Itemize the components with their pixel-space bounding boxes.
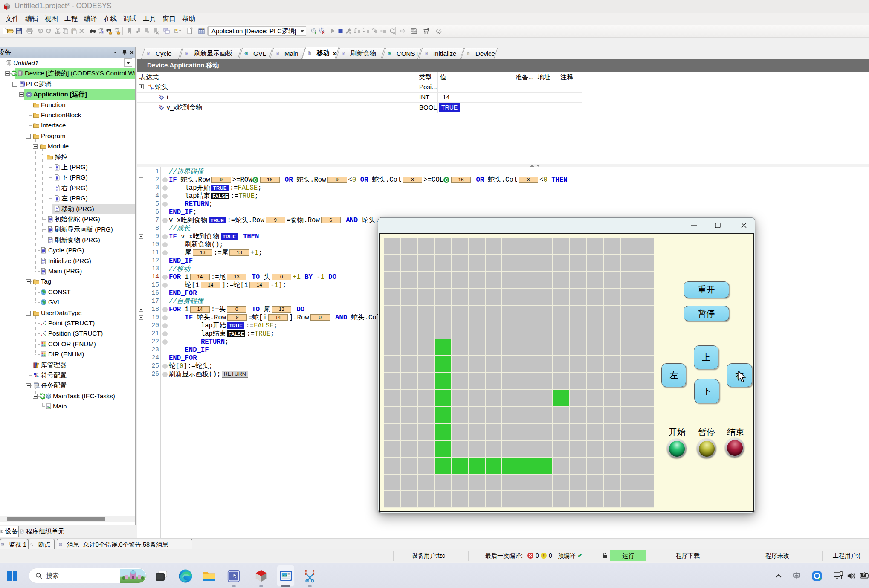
active-visualization-app-icon[interactable]	[279, 569, 293, 583]
tree-item[interactable]: Untitled1	[0, 58, 135, 68]
collapse-icon[interactable]	[12, 82, 17, 87]
watch-column-header[interactable]: 类型	[419, 73, 432, 81]
panel-close-icon[interactable]	[129, 49, 135, 55]
left-button[interactable]: 左	[661, 363, 686, 387]
tree-item[interactable]: 符号配置	[0, 370, 135, 380]
breakpoint-slot-icon[interactable]	[162, 339, 168, 345]
breakpoint-slot-icon[interactable]	[162, 275, 168, 280]
menu-item-8[interactable]: 工具	[142, 13, 157, 25]
breakpoint-slot-icon[interactable]	[162, 234, 168, 239]
view-tab-3[interactable]: 消息 -总计0个错误,0个警告,58条消息	[57, 539, 192, 550]
menu-item-6[interactable]: 在线	[102, 13, 118, 25]
breakpoint-slot-icon[interactable]	[162, 323, 168, 328]
watch-expression[interactable]: i	[167, 93, 168, 101]
menu-item-10[interactable]: 帮助	[181, 13, 197, 25]
bookmark-next-icon[interactable]	[142, 26, 151, 35]
cut-icon[interactable]	[53, 26, 62, 35]
undo-icon[interactable]	[36, 26, 44, 35]
window-grid-icon[interactable]	[409, 26, 418, 35]
breakpoint-slot-icon[interactable]	[162, 331, 168, 336]
tree-item[interactable]: Initialize (PRG)	[0, 256, 135, 266]
collapse-icon[interactable]	[33, 144, 38, 149]
bookmark-clear-icon[interactable]	[151, 26, 160, 35]
breakpoint-slot-icon[interactable]	[162, 315, 168, 320]
tree-item[interactable]: 操控	[0, 152, 135, 162]
start-button[interactable]	[7, 571, 18, 582]
code-line-5[interactable]: 5RETURN;	[137, 200, 869, 208]
stop-icon[interactable]	[336, 26, 345, 35]
panel-tab-2[interactable]: 程序组织单元	[19, 526, 67, 537]
tree-item[interactable]: 库管理器	[0, 360, 135, 370]
maximize-icon[interactable]	[714, 222, 721, 229]
network-display-tray-icon[interactable]	[833, 571, 844, 581]
replace-objects-icon[interactable]	[113, 26, 122, 35]
print-icon[interactable]	[25, 26, 34, 35]
breakpoint-slot-icon[interactable]	[162, 194, 168, 199]
tree-item[interactable]: 任务配置	[0, 380, 135, 391]
tree-root-dropdown[interactable]	[124, 58, 132, 67]
paste-object-icon[interactable]	[185, 26, 194, 35]
new-object-icon[interactable]	[173, 26, 182, 35]
breakpoint-slot-icon[interactable]	[162, 185, 168, 191]
editor-tab-1[interactable]: Cycle	[141, 48, 182, 59]
breakpoint-slot-icon[interactable]	[162, 283, 168, 288]
tree-item[interactable]: Module	[0, 141, 135, 151]
run-to-cursor-icon[interactable]	[379, 26, 387, 35]
watch-column-header[interactable]: 表达式	[139, 73, 159, 81]
ime-tray-icon[interactable]	[792, 571, 802, 581]
code-line-1[interactable]: 1//边界碰撞	[137, 168, 869, 176]
tree-item[interactable]: Main	[0, 401, 135, 411]
task-view-button[interactable]	[154, 569, 168, 583]
collapse-icon[interactable]	[33, 394, 38, 399]
volume-tray-icon[interactable]	[846, 571, 856, 581]
start-icon[interactable]	[328, 26, 337, 35]
tree-item[interactable]: Program	[0, 131, 135, 141]
menu-item-4[interactable]: 工程	[63, 13, 79, 25]
tree-hscrollbar-thumb[interactable]	[7, 517, 105, 521]
editor-tab-4[interactable]: Main	[270, 48, 305, 59]
bookmark-prev-icon[interactable]	[134, 26, 142, 35]
tree-item[interactable]: 初始化蛇 (PRG)	[0, 214, 135, 224]
close-icon[interactable]	[740, 222, 747, 229]
code-line-2[interactable]: 2IF 蛇头.Row9>=ROWC16 OR 蛇头.Row9<0 OR 蛇头.C…	[137, 176, 869, 184]
pin-icon[interactable]	[122, 49, 127, 55]
tree-item[interactable]: 右 (PRG)	[0, 183, 135, 193]
tree-item[interactable]: 移动 (PRG)	[0, 204, 135, 214]
save-icon[interactable]	[14, 26, 23, 35]
tree-item[interactable]: Point (STRUCT)	[0, 318, 135, 328]
tab-close-icon[interactable]: x	[333, 50, 336, 57]
login-gear-icon[interactable]	[309, 26, 318, 35]
goto-icon[interactable]	[398, 26, 407, 35]
collapse-icon[interactable]	[26, 134, 31, 139]
down-button[interactable]: 下	[694, 379, 719, 403]
properties-table-icon[interactable]	[197, 26, 206, 35]
syntax-check-icon[interactable]	[434, 26, 443, 35]
tree-hscrollbar[interactable]	[0, 516, 135, 522]
delete-icon[interactable]	[77, 26, 86, 35]
editor-tab-9[interactable]: Device	[461, 48, 498, 59]
battery-tray-icon[interactable]	[860, 571, 869, 581]
tray-chevron-up-icon[interactable]	[774, 572, 783, 580]
collapse-icon[interactable]	[19, 92, 24, 97]
editor-splitter[interactable]	[137, 164, 869, 167]
watch-column-header[interactable]: 注释	[560, 73, 573, 81]
tree-item[interactable]: DIR (ENUM)	[0, 349, 135, 359]
tree-item[interactable]: Interface	[0, 120, 135, 130]
menu-item-3[interactable]: 视图	[43, 13, 59, 25]
breakpoint-slot-icon[interactable]	[162, 177, 168, 182]
expand-icon[interactable]	[139, 84, 144, 89]
search-daily-image[interactable]	[120, 569, 146, 583]
collapse-icon[interactable]	[26, 279, 31, 284]
watch-column-header[interactable]: 地址	[538, 73, 550, 81]
redo-icon[interactable]	[44, 26, 53, 35]
combo-dropdown-icon[interactable]	[301, 30, 304, 32]
tree-item[interactable]: Main (PRG)	[0, 266, 135, 276]
file-explorer-icon[interactable]	[201, 568, 217, 584]
editor-tab-5[interactable]: 移动x	[302, 47, 339, 59]
pause-button[interactable]: 暂停	[684, 306, 729, 321]
tree-item[interactable]: MainTask (IEC-Tasks)	[0, 391, 135, 401]
breakpoint-slot-icon[interactable]	[162, 202, 168, 207]
tree-item[interactable]: FunctionBlock	[0, 110, 135, 120]
tree-item[interactable]: 下 (PRG)	[0, 172, 135, 182]
breakpoint-slot-icon[interactable]	[162, 218, 168, 223]
